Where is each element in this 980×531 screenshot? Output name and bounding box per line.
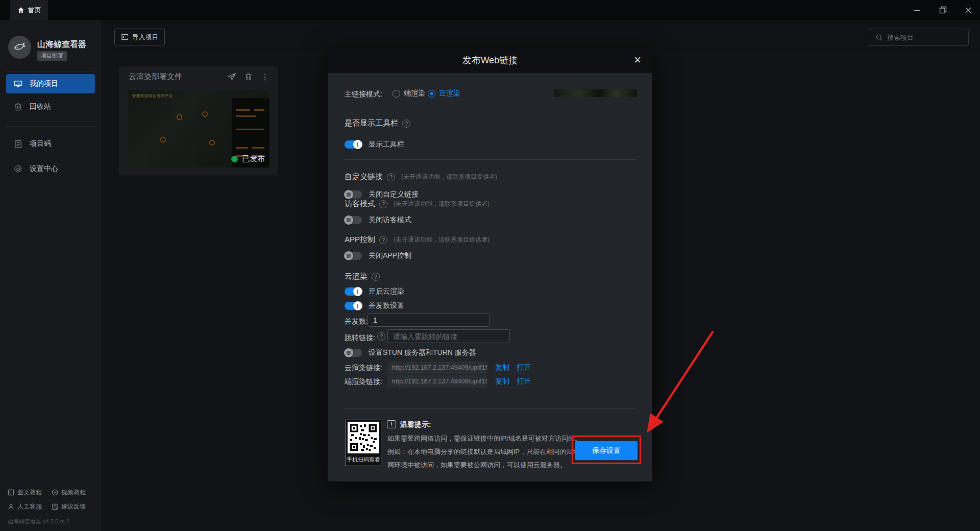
more-options-icon[interactable]: ⋮ <box>261 74 269 81</box>
toolbar-section-title: 是否显示工具栏 ? <box>345 118 410 128</box>
radio-cloud-render[interactable]: 云渲染 <box>428 89 460 98</box>
whale-icon <box>12 40 28 55</box>
minimize-button[interactable] <box>905 0 929 20</box>
footer-link-label: 人工客服 <box>17 502 42 511</box>
dialog-close-icon[interactable]: ✕ <box>631 54 644 67</box>
radio-label: 云渲染 <box>439 89 460 98</box>
redirect-link-input[interactable] <box>387 329 510 343</box>
projects-board-icon <box>14 80 22 88</box>
concurrency-input[interactable] <box>368 313 490 327</box>
document-icon <box>14 140 22 149</box>
app-window: 首页 山海鲸查看器 项目部署 我的项目 回收站 <box>0 0 980 531</box>
visitor-mode-toggle[interactable] <box>345 216 362 224</box>
search-icon <box>875 34 883 41</box>
help-icon[interactable]: ? <box>379 236 387 244</box>
sidebar-item-label: 设置中心 <box>30 164 58 174</box>
publish-send-icon[interactable] <box>228 73 236 81</box>
section-title-text: 访客模式 <box>345 199 375 209</box>
sidebar-item-label: 回收站 <box>30 102 51 111</box>
sidebar-divider <box>6 71 95 71</box>
trash-icon <box>14 103 22 111</box>
custom-link-section-title: 自定义链接 ? (未开通该功能，请联系项目提供者) <box>345 172 497 182</box>
show-toolbar-toggle-row: 显示工具栏 <box>345 140 404 149</box>
app-version: 山海鲸查看器 v4.5.5-rc.2 <box>8 518 69 525</box>
show-toolbar-toggle[interactable] <box>345 140 362 149</box>
redirect-link-label: 跳转链接: <box>345 333 375 343</box>
tab-home[interactable]: 首页 <box>10 0 48 20</box>
cloud-render-toggle-row: 开启云渲染 <box>345 287 404 296</box>
footer-link-video-tutorial[interactable]: 视频教程 <box>52 488 86 497</box>
custom-link-toggle[interactable] <box>345 190 362 199</box>
app-badge: 项目部署 <box>37 51 67 61</box>
qr-code-block: 手机扫码查看 <box>346 420 381 466</box>
app-name: 山海鲸查看器 <box>37 39 86 50</box>
qr-code-icon <box>349 423 378 452</box>
import-icon <box>121 33 129 41</box>
footer-divider <box>345 408 635 409</box>
toggle-label: 显示工具栏 <box>369 140 404 149</box>
minimize-icon <box>914 7 921 14</box>
sidebar-item-recycle-bin[interactable]: 回收站 <box>6 97 95 116</box>
restore-icon <box>939 6 947 14</box>
qr-code <box>348 422 379 453</box>
cloud-link-copy[interactable]: 复制 <box>495 363 509 372</box>
import-project-button[interactable]: 导入项目 <box>114 29 165 45</box>
cloud-link-open[interactable]: 打开 <box>517 363 531 372</box>
delete-icon[interactable] <box>244 73 253 81</box>
close-button[interactable] <box>957 0 980 20</box>
section-title-text: 自定义链接 <box>345 172 383 182</box>
app-control-toggle[interactable] <box>345 252 362 260</box>
search-box <box>869 29 969 46</box>
dialog-title: 发布Web链接 <box>328 48 652 73</box>
tip-title: 温馨提示: <box>400 420 431 429</box>
help-icon[interactable]: ? <box>379 200 387 208</box>
dialog-header: 发布Web链接 ✕ <box>328 48 652 73</box>
status-badge-label: 已发布 <box>242 154 265 164</box>
link-mode-label: 主链接模式: <box>345 90 382 99</box>
tip-bubble-icon: ! <box>387 420 396 428</box>
sidebar-divider <box>6 126 95 127</box>
search-input[interactable] <box>887 34 959 41</box>
cloud-render-toggle[interactable] <box>345 287 362 296</box>
client-link-copy[interactable]: 复制 <box>495 377 509 386</box>
project-thumbnail[interactable]: 智慧医院综合管理平台 已发布 <box>128 90 270 167</box>
radio-icon <box>393 90 400 98</box>
stun-turn-toggle[interactable] <box>345 349 362 357</box>
section-note: (未开通该功能，请联系项目提供者) <box>401 173 497 181</box>
save-settings-button[interactable]: 保存设置 <box>575 441 638 460</box>
app-control-section-title: APP控制 ? (未开通该功能，请联系项目提供者) <box>345 235 489 245</box>
sidebar-item-project-code[interactable]: 项目码 <box>6 134 95 154</box>
client-link-label: 端渲染链接: <box>345 377 382 387</box>
tab-home-label: 首页 <box>28 6 41 15</box>
restore-button[interactable] <box>931 0 954 20</box>
cloud-link-url: http://192.167.2.137:49409/upiif1f1kg01/… <box>387 361 487 374</box>
help-icon[interactable]: ? <box>372 273 380 281</box>
client-link-open[interactable]: 打开 <box>517 377 531 386</box>
sidebar-item-label: 项目码 <box>30 139 51 149</box>
footer-link-doc-tutorial[interactable]: 图文教程 <box>8 488 42 497</box>
sidebar-item-my-projects[interactable]: 我的项目 <box>6 74 95 93</box>
radio-client-render[interactable]: 端渲染 <box>393 89 425 98</box>
person-icon <box>8 503 14 510</box>
app-control-toggle-row: 关闭APP控制 <box>345 251 411 260</box>
help-icon[interactable]: ? <box>377 332 385 341</box>
home-icon <box>17 7 24 14</box>
toggle-label: 并发数设置 <box>369 301 404 310</box>
help-icon[interactable]: ? <box>387 173 395 181</box>
client-link-url: http://192.167.2.137:49409/upiif1f1kg01/… <box>387 375 487 388</box>
concurrency-toggle-row: 并发数设置 <box>345 301 404 310</box>
project-card[interactable]: 云渲染部署文件 ⋮ 智慧医院综合管理平台 <box>119 66 278 175</box>
stun-turn-toggle-row: 设置STUN 服务器和TURN 服务器 <box>345 348 476 357</box>
qr-caption: 手机扫码查看 <box>346 455 381 466</box>
concurrency-toggle[interactable] <box>345 302 362 310</box>
project-preview-strip <box>554 89 637 97</box>
sidebar-item-settings[interactable]: 设置中心 <box>6 159 95 179</box>
toggle-label: 设置STUN 服务器和TURN 服务器 <box>369 348 476 357</box>
play-circle-icon <box>52 489 58 496</box>
footer-link-support[interactable]: 人工客服 <box>8 502 42 511</box>
footer-link-feedback[interactable]: 建议反馈 <box>52 502 86 511</box>
section-title-text: 是否显示工具栏 <box>345 118 398 128</box>
help-icon[interactable]: ? <box>402 119 410 128</box>
visitor-mode-section-title: 访客模式 ? (未开通该功能，请联系项目提供者) <box>345 199 489 209</box>
app-logo <box>8 36 31 59</box>
